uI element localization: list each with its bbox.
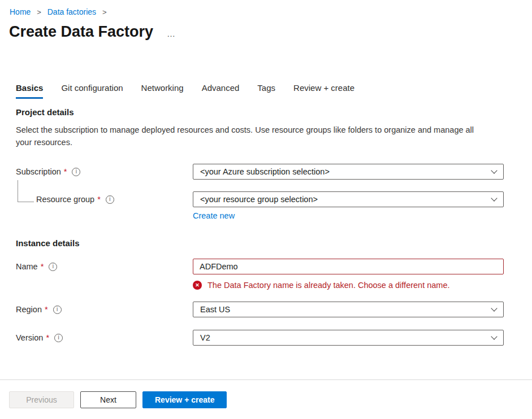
version-dropdown-value: V2 <box>200 333 210 342</box>
resource-group-row: Resource group * i <your resource group … <box>16 191 532 207</box>
subscription-row: Subscription * i <your Azure subscriptio… <box>16 164 532 180</box>
version-dropdown[interactable]: V2 <box>193 330 504 346</box>
breadcrumb-data-factories[interactable]: Data factories <box>47 7 96 16</box>
info-icon[interactable]: i <box>53 305 62 314</box>
chevron-down-icon <box>491 333 497 339</box>
subscription-label: Subscription <box>16 167 61 176</box>
name-label: Name <box>16 262 38 271</box>
name-error-row: ✕ The Data Factory name is already taken… <box>193 281 532 290</box>
required-marker: * <box>41 262 44 271</box>
subscription-dropdown-value: <your Azure subscription selection> <box>200 167 330 176</box>
subscription-dropdown[interactable]: <your Azure subscription selection> <box>193 164 504 180</box>
chevron-down-icon <box>491 167 497 173</box>
version-label: Version <box>16 333 43 342</box>
tab-tags[interactable]: Tags <box>257 83 275 99</box>
region-dropdown-value: East US <box>200 305 230 314</box>
project-details-heading: Project details <box>16 107 532 117</box>
region-label: Region <box>16 305 42 314</box>
error-icon: ✕ <box>193 281 202 290</box>
create-data-factory-page: Home > Data factories > Create Data Fact… <box>0 0 532 419</box>
previous-button[interactable]: Previous <box>9 391 74 408</box>
region-label-cell: Region * i <box>16 305 193 314</box>
name-label-cell: Name * i <box>16 262 193 271</box>
project-details-description: Select the subscription to manage deploy… <box>16 124 492 149</box>
required-marker: * <box>46 333 49 342</box>
version-row: Version * i V2 <box>16 330 532 346</box>
resource-group-dropdown-value: <your resource group selection> <box>200 195 318 204</box>
info-icon[interactable]: i <box>72 168 80 176</box>
name-input[interactable] <box>193 259 504 274</box>
title-row: Create Data Factory … <box>9 22 532 41</box>
info-icon[interactable]: i <box>106 195 114 204</box>
page-title: Create Data Factory <box>9 22 153 41</box>
required-marker: * <box>64 167 67 176</box>
breadcrumb: Home > Data factories > <box>0 0 532 16</box>
next-button[interactable]: Next <box>80 391 136 408</box>
review-create-button[interactable]: Review + create <box>142 391 227 408</box>
breadcrumb-home[interactable]: Home <box>10 7 31 16</box>
info-icon[interactable]: i <box>49 263 57 271</box>
tab-networking[interactable]: Networking <box>141 83 184 99</box>
tab-bar: Basics Git configuration Networking Adva… <box>16 83 532 99</box>
name-error-message: The Data Factory name is already taken. … <box>207 281 450 290</box>
resource-group-connector <box>18 180 34 202</box>
name-row: Name * i <box>16 259 532 274</box>
region-dropdown[interactable]: East US <box>193 302 504 317</box>
create-new-link[interactable]: Create new <box>193 211 235 220</box>
breadcrumb-separator: > <box>37 8 41 16</box>
instance-details-heading: Instance details <box>16 238 532 248</box>
region-row: Region * i East US <box>16 302 532 317</box>
breadcrumb-separator: > <box>102 8 107 16</box>
chevron-down-icon <box>491 305 497 311</box>
tab-advanced[interactable]: Advanced <box>202 83 240 99</box>
subscription-label-cell: Subscription * i <box>16 167 193 176</box>
version-label-cell: Version * i <box>16 333 193 342</box>
chevron-down-icon <box>491 195 497 201</box>
info-icon[interactable]: i <box>54 334 63 342</box>
tab-review-create[interactable]: Review + create <box>293 83 354 99</box>
more-options-button[interactable]: … <box>167 29 177 41</box>
resource-group-dropdown[interactable]: <your resource group selection> <box>193 191 504 207</box>
tab-git-configuration[interactable]: Git configuration <box>61 83 123 99</box>
required-marker: * <box>97 195 101 204</box>
resource-group-label-cell: Resource group * i <box>16 195 193 204</box>
tab-basics[interactable]: Basics <box>16 83 43 99</box>
footer: Previous Next Review + create <box>0 379 532 419</box>
resource-group-label: Resource group <box>36 195 94 204</box>
required-marker: * <box>45 305 48 314</box>
